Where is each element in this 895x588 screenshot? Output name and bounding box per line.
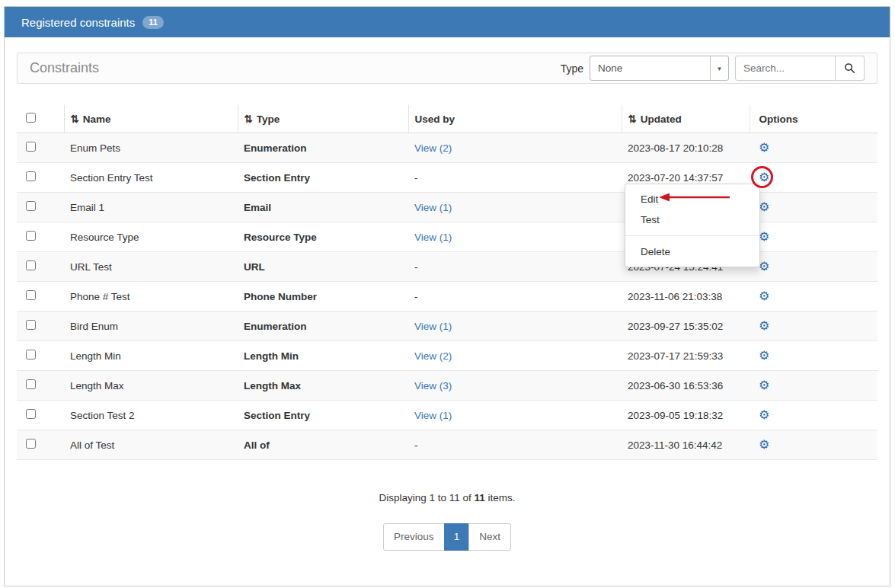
gear-icon[interactable]: ⚙ — [759, 438, 769, 451]
type-filter-label: Type — [561, 62, 583, 75]
gear-icon[interactable]: ⚙ — [759, 319, 769, 332]
table-row: Phone # TestPhone Number-2023-11-06 21:0… — [17, 282, 877, 312]
column-header-options: Options — [750, 105, 877, 133]
menu-divider — [625, 235, 759, 236]
constraint-name: Section Entry Test — [64, 163, 238, 193]
constraint-name: Length Max — [64, 371, 238, 401]
constraint-name: Phone # Test — [64, 282, 238, 312]
constraint-name: Email 1 — [64, 193, 238, 222]
gear-icon[interactable]: ⚙ — [759, 141, 769, 154]
used-by-empty: - — [414, 261, 418, 273]
updated-timestamp: 2023-07-17 21:59:33 — [622, 341, 750, 371]
next-page-button[interactable]: Next — [468, 523, 511, 551]
gear-icon[interactable]: ⚙ — [759, 379, 769, 391]
constraint-type: Section Entry — [238, 163, 408, 193]
constraint-name: Length Min — [64, 341, 238, 371]
column-header-name[interactable]: ⇅Name — [64, 105, 238, 133]
gear-icon[interactable]: ⚙ — [759, 289, 769, 302]
constraint-type: Enumeration — [238, 133, 408, 163]
row-checkbox[interactable] — [26, 409, 36, 419]
page: Registered constraints 11 Constraints Ty… — [0, 0, 895, 588]
used-by-link[interactable]: View (2) — [414, 350, 452, 362]
used-by-link[interactable]: View (2) — [414, 142, 452, 154]
constraint-name: Bird Enum — [64, 312, 238, 341]
row-checkbox[interactable] — [26, 171, 36, 181]
constraint-name: Resource Type — [64, 222, 238, 252]
column-label: Updated — [641, 113, 682, 125]
annotation-arrow-icon — [658, 191, 731, 203]
used-by-empty: - — [414, 439, 418, 451]
updated-timestamp: 2023-11-06 21:03:38 — [622, 282, 750, 312]
gear-icon[interactable]: ⚙ — [759, 230, 769, 243]
row-checkbox[interactable] — [26, 350, 36, 360]
used-by-link[interactable]: View (3) — [414, 380, 452, 391]
column-label: Name — [83, 113, 111, 125]
constraint-name: URL Test — [64, 252, 238, 282]
constraint-type: Section Entry — [238, 401, 408, 430]
row-checkbox[interactable] — [26, 379, 36, 389]
gear-icon[interactable]: ⚙ — [759, 200, 769, 213]
select-all-checkbox[interactable] — [26, 113, 36, 123]
constraint-type: Length Min — [238, 341, 408, 371]
constraint-type: URL — [238, 252, 408, 282]
annotation-circle — [751, 166, 773, 188]
search-button[interactable] — [836, 56, 865, 81]
used-by-link[interactable]: View (1) — [414, 202, 452, 213]
summary-text: Displaying 1 to 11 of — [379, 492, 474, 503]
used-by-empty: - — [414, 172, 418, 184]
constraint-type: Enumeration — [238, 312, 408, 341]
column-label: Used by — [415, 113, 455, 125]
constraint-type: Phone Number — [238, 282, 408, 312]
table-row: Enum PetsEnumerationView (2)2023-08-17 2… — [17, 133, 877, 163]
gear-icon[interactable]: ⚙ — [759, 408, 769, 421]
used-by-link[interactable]: View (1) — [414, 232, 452, 243]
used-by-link[interactable]: View (1) — [414, 321, 452, 332]
type-select-value: None — [598, 62, 622, 74]
row-checkbox[interactable] — [26, 260, 36, 270]
gear-icon[interactable]: ⚙ — [759, 260, 769, 273]
panel-header: Registered constraints 11 — [5, 7, 890, 37]
column-header-updated[interactable]: ⇅Updated — [622, 105, 750, 133]
table-row: Section Test 2Section EntryView (1)2023-… — [17, 401, 877, 430]
search-group — [735, 56, 865, 81]
table-row: All of TestAll of-2023-11-30 16:44:42⚙ — [17, 430, 877, 460]
table-row: Length MinLength MinView (2)2023-07-17 2… — [17, 341, 877, 371]
result-summary: Displaying 1 to 11 of 11 items. — [17, 492, 877, 503]
menu-item-delete[interactable]: Delete — [625, 241, 759, 262]
used-by-link[interactable]: View (1) — [414, 410, 452, 421]
column-label: Type — [257, 113, 280, 125]
row-checkbox[interactable] — [26, 142, 36, 152]
row-checkbox[interactable] — [26, 439, 36, 449]
updated-timestamp: 2023-09-05 19:18:32 — [622, 401, 750, 430]
table-row: Bird EnumEnumerationView (1)2023-09-27 1… — [17, 312, 877, 341]
updated-timestamp: 2023-06-30 16:53:36 — [622, 371, 750, 401]
page-1-button[interactable]: 1 — [444, 523, 470, 551]
gear-icon[interactable]: ⚙ — [759, 349, 769, 362]
menu-item-test[interactable]: Test — [625, 209, 759, 230]
summary-total: 11 — [475, 492, 485, 503]
previous-page-button[interactable]: Previous — [383, 523, 445, 551]
page-title: Registered constraints — [21, 16, 135, 29]
constraint-name: Section Test 2 — [64, 401, 238, 430]
row-checkbox[interactable] — [26, 290, 36, 300]
constraints-panel: Registered constraints 11 Constraints Ty… — [4, 6, 890, 586]
used-by-empty: - — [414, 291, 418, 302]
constraints-table: ⇅Name⇅TypeUsed by⇅UpdatedOptions Enum Pe… — [17, 105, 877, 460]
sort-icon: ⇅ — [628, 113, 637, 125]
sort-icon: ⇅ — [245, 113, 253, 125]
pagination: Previous 1 Next — [17, 523, 877, 551]
row-checkbox[interactable] — [26, 201, 36, 211]
updated-timestamp: 2023-08-17 20:10:28 — [622, 133, 750, 163]
constraint-name: All of Test — [64, 430, 238, 460]
count-badge: 11 — [142, 16, 164, 29]
table-row: Length MaxLength MaxView (3)2023-06-30 1… — [17, 371, 877, 401]
section-title: Constraints — [30, 60, 561, 76]
row-checkbox[interactable] — [26, 231, 36, 241]
column-header-used-by: Used by — [408, 105, 622, 133]
row-checkbox[interactable] — [26, 320, 36, 330]
constraint-type: All of — [238, 430, 408, 460]
select-all-cell — [17, 105, 64, 133]
column-header-type[interactable]: ⇅Type — [238, 105, 408, 133]
type-select[interactable]: None ▾ — [590, 56, 729, 81]
search-input[interactable] — [735, 56, 836, 81]
